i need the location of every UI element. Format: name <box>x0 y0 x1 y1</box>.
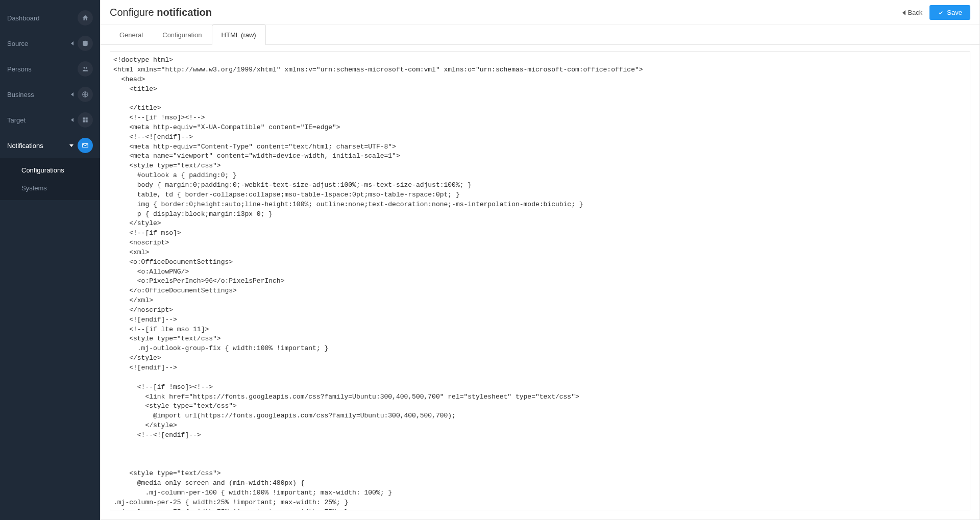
sidebar-item-label: Business <box>7 91 34 98</box>
tab-configuration[interactable]: Configuration <box>153 24 211 45</box>
tab-content <box>101 45 979 519</box>
sidebar-item-business[interactable]: Business <box>0 82 100 107</box>
sidebar-item-label: Notifications <box>7 142 43 150</box>
sidebar-item-target[interactable]: Target <box>0 107 100 133</box>
back-label: Back <box>908 9 922 16</box>
sidebar-subnav: Configurations Systems <box>0 158 100 200</box>
page-title-prefix: Configure <box>110 7 157 18</box>
header-actions: Back Save <box>902 5 970 20</box>
page-title: Configure notification <box>110 7 212 18</box>
tab-label: General <box>119 31 143 39</box>
back-link[interactable]: Back <box>902 9 922 16</box>
sidebar-item-source[interactable]: Source <box>0 31 100 56</box>
sidebar-item-persons[interactable]: Persons <box>0 56 100 82</box>
save-button[interactable]: Save <box>929 5 970 20</box>
mail-icon <box>78 138 93 153</box>
tab-html-raw[interactable]: HTML (raw) <box>212 24 266 45</box>
globe-icon <box>78 87 93 102</box>
sidebar-item-notifications[interactable]: Notifications <box>0 133 100 158</box>
chevron-left-icon <box>71 118 74 122</box>
sidebar-item-dashboard[interactable]: Dashboard <box>0 5 100 31</box>
users-icon <box>78 61 93 77</box>
main: Configure notification Back Save General… <box>100 0 980 520</box>
sidebar: Dashboard Source Persons Business <box>0 0 100 520</box>
database-icon <box>78 36 93 51</box>
chevron-left-icon <box>71 41 74 45</box>
home-icon <box>78 10 93 26</box>
page-header: Configure notification Back Save <box>101 0 979 24</box>
save-label: Save <box>947 9 962 16</box>
sidebar-subitem-label: Configurations <box>21 166 64 174</box>
tabs: General Configuration HTML (raw) <box>101 24 979 45</box>
sidebar-item-label: Source <box>7 40 28 47</box>
sidebar-subitem-configurations[interactable]: Configurations <box>0 161 100 179</box>
sidebar-item-label: Persons <box>7 65 32 73</box>
tab-label: HTML (raw) <box>222 31 256 39</box>
sidebar-item-label: Dashboard <box>7 14 40 22</box>
svg-rect-6 <box>83 120 85 122</box>
sidebar-item-label: Target <box>7 116 26 124</box>
check-icon <box>938 10 944 15</box>
svg-point-2 <box>86 67 87 69</box>
svg-rect-5 <box>86 117 88 119</box>
tab-label: Configuration <box>162 31 202 39</box>
svg-rect-7 <box>86 120 88 122</box>
chevron-left-icon <box>71 92 74 96</box>
svg-rect-4 <box>83 117 85 119</box>
grid-icon <box>78 112 93 128</box>
html-raw-editor[interactable] <box>110 51 970 510</box>
tab-general[interactable]: General <box>110 24 153 45</box>
chevron-down-icon <box>69 144 74 147</box>
sidebar-subitem-label: Systems <box>21 184 47 192</box>
page-title-bold: notification <box>157 7 212 18</box>
svg-point-1 <box>84 67 86 69</box>
chevron-left-icon <box>902 10 905 15</box>
sidebar-subitem-systems[interactable]: Systems <box>0 179 100 197</box>
